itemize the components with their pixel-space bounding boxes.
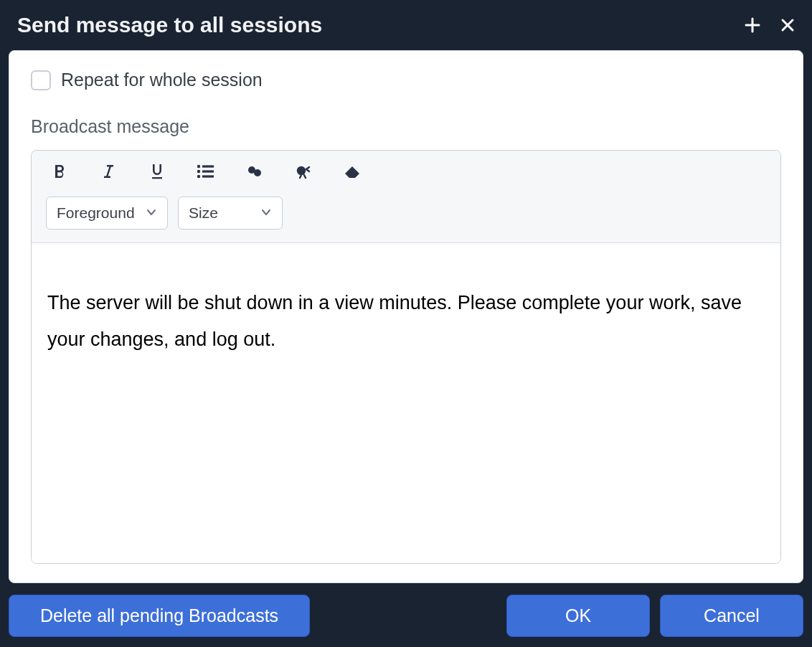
dialog-content: Repeat for whole session Broadcast messa… [9,50,803,583]
repeat-checkbox-label: Repeat for whole session [61,70,263,90]
underline-button[interactable] [146,161,168,182]
cancel-button[interactable]: Cancel [660,595,803,637]
bold-button[interactable] [49,161,70,182]
unlink-button[interactable] [293,161,314,182]
foreground-dropdown[interactable]: Foreground [46,197,168,230]
svg-rect-5 [202,175,214,177]
rich-text-editor: Foreground Size The server will be shut … [31,150,781,564]
svg-point-0 [197,165,200,168]
broadcast-dialog: Send message to all sessions Repeat for … [0,0,812,647]
toolbar-dropdown-row: Foreground Size [46,197,766,230]
footer-right-buttons: OK Cancel [506,595,803,637]
svg-point-4 [197,175,200,178]
repeat-checkbox[interactable] [31,70,51,90]
list-button[interactable] [195,161,217,182]
svg-rect-1 [202,165,214,167]
svg-rect-3 [202,170,214,172]
link-button[interactable] [244,161,265,182]
delete-pending-button[interactable]: Delete all pending Broadcasts [9,595,310,637]
size-dropdown[interactable]: Size [178,197,283,230]
repeat-checkbox-row: Repeat for whole session [31,70,781,90]
foreground-dropdown-label: Foreground [57,204,135,222]
svg-rect-6 [252,170,258,173]
editor-textarea[interactable]: The server will be shut down in a view m… [47,285,765,547]
plus-icon[interactable] [745,17,760,33]
svg-point-2 [197,170,200,173]
titlebar: Send message to all sessions [0,0,812,50]
chevron-down-icon [146,204,157,222]
chevron-down-icon [260,204,272,222]
ok-button[interactable]: OK [506,595,650,637]
eraser-button[interactable] [341,161,363,182]
dialog-footer: Delete all pending Broadcasts OK Cancel [0,590,812,647]
toolbar-format-row [46,161,766,182]
broadcast-message-label: Broadcast message [31,116,781,137]
svg-point-7 [298,168,305,174]
editor-body[interactable]: The server will be shut down in a view m… [32,243,780,563]
editor-toolbar: Foreground Size [32,151,780,243]
titlebar-actions [745,17,795,33]
close-icon[interactable] [780,18,795,32]
size-dropdown-label: Size [189,204,218,222]
italic-button[interactable] [98,161,119,182]
dialog-title: Send message to all sessions [17,13,322,37]
